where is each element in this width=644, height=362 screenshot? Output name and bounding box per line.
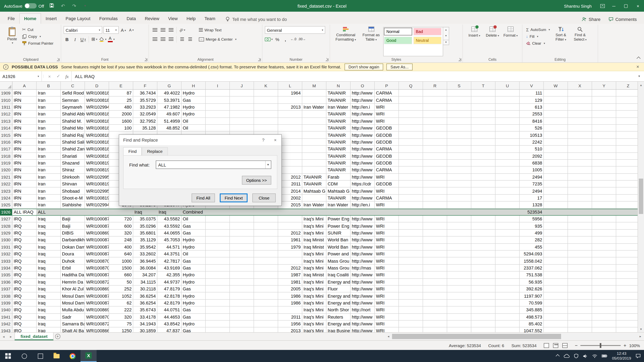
cell-S1922[interactable] xyxy=(447,181,471,188)
format-painter-button[interactable]: Format Painter xyxy=(21,40,55,47)
cell-T1909[interactable] xyxy=(471,90,496,97)
redo-button[interactable]: ↷ xyxy=(71,3,78,9)
cell-F1943[interactable]: 30.1859 xyxy=(133,328,158,332)
cell-B1914[interactable]: Iran xyxy=(37,125,61,132)
cell-Q1933[interactable] xyxy=(399,258,423,265)
row-header-1941[interactable]: 1941 xyxy=(0,314,12,321)
cell-U1942[interactable] xyxy=(496,321,520,328)
cell-Z1937[interactable] xyxy=(616,286,640,293)
cell-M1918[interactable] xyxy=(302,153,326,160)
row-header-1915[interactable]: 1915 xyxy=(0,132,12,139)
cell-P1919[interactable]: GEODB xyxy=(375,160,399,167)
cell-S1915[interactable] xyxy=(447,132,471,139)
cell-X1912[interactable] xyxy=(568,111,592,118)
cell-T1937[interactable] xyxy=(471,286,496,293)
cell-W1925[interactable] xyxy=(544,202,568,209)
cell-Z1934[interactable] xyxy=(616,265,640,272)
cell-P1912[interactable]: WRI xyxy=(375,111,399,118)
cell-Y1920[interactable] xyxy=(592,167,616,174)
cell-H1933[interactable]: Gas xyxy=(182,258,206,265)
cell-E1926[interactable] xyxy=(109,209,133,216)
cell-N1941[interactable]: Reuters xyxy=(326,314,350,321)
cell-R1940[interactable] xyxy=(423,307,447,314)
cell-Q1914[interactable] xyxy=(399,125,423,132)
cell-X1928[interactable] xyxy=(568,223,592,230)
cell-J1928[interactable] xyxy=(230,223,254,230)
cell-F1942[interactable]: 34.1943 xyxy=(133,321,158,328)
cell-X1924[interactable] xyxy=(568,195,592,202)
cell-R1923[interactable] xyxy=(423,188,447,195)
cell-S1911[interactable] xyxy=(447,104,471,111)
cell-Z1942[interactable] xyxy=(616,321,640,328)
cell-W1935[interactable] xyxy=(544,272,568,279)
cell-W1938[interactable] xyxy=(544,293,568,300)
cell-Q1930[interactable] xyxy=(399,237,423,244)
scroll-up-icon[interactable]: ▴ xyxy=(638,82,644,88)
cell-M1927[interactable]: Iraq's Mini xyxy=(302,216,326,223)
cell-Y1936[interactable] xyxy=(592,279,616,286)
cell-J1931[interactable] xyxy=(230,244,254,251)
find-select-button[interactable]: Find & Select▾ xyxy=(570,25,590,56)
cell-R1935[interactable] xyxy=(423,272,447,279)
cell-M1925[interactable]: Iran Water xyxy=(302,202,326,209)
cell-G1926[interactable]: Iraq xyxy=(158,209,182,216)
cell-D1937[interactable]: WRI100869 xyxy=(85,286,109,293)
cell-Y1928[interactable] xyxy=(592,223,616,230)
cell-Y1923[interactable] xyxy=(592,188,616,195)
find-what-dropdown-icon[interactable]: ▾ xyxy=(265,161,269,169)
scroll-down-icon[interactable]: ▾ xyxy=(638,326,644,332)
cell-T1927[interactable] xyxy=(471,216,496,223)
row-header-1913[interactable]: 1913 xyxy=(0,118,12,125)
cell-R1934[interactable] xyxy=(423,265,447,272)
cell-L1935[interactable]: 1987 xyxy=(278,272,302,279)
cell-D1922[interactable]: WRI100819 xyxy=(85,181,109,188)
cell-I1939[interactable] xyxy=(206,300,230,307)
cell-Q1936[interactable] xyxy=(399,279,423,286)
cell-F1941[interactable]: 33.4178 xyxy=(133,314,158,321)
cell-W1936[interactable] xyxy=(544,279,568,286)
column-header-B[interactable]: B xyxy=(37,82,61,89)
cell-N1927[interactable]: Power Eng xyxy=(326,216,350,223)
cell-C1934[interactable]: Erbil xyxy=(61,265,85,272)
decrease-font-size-button[interactable]: A▾ xyxy=(128,26,135,33)
cell-B1932[interactable]: Iraq xyxy=(37,251,61,258)
cell-S1943[interactable] xyxy=(447,328,471,332)
row-header-1921[interactable]: 1921 xyxy=(0,174,12,181)
cell-T1936[interactable] xyxy=(471,279,496,286)
cell-L1925[interactable]: 2015 xyxy=(278,202,302,209)
paste-button[interactable]: Paste▾ xyxy=(3,25,21,56)
cell-L1922[interactable]: 2011 xyxy=(278,181,302,188)
fill-color-button[interactable]: ▾ xyxy=(99,35,106,43)
cell-K1929[interactable] xyxy=(254,230,278,237)
cell-H1937[interactable]: Gas xyxy=(182,286,206,293)
cell-X1925[interactable] xyxy=(568,202,592,209)
cell-I1911[interactable] xyxy=(206,104,230,111)
cell-O1930[interactable]: http://www xyxy=(350,237,375,244)
cell-T1918[interactable] xyxy=(471,153,496,160)
cell-T1924[interactable] xyxy=(471,195,496,202)
dialog-help-icon[interactable]: ? xyxy=(257,135,269,145)
cell-I1930[interactable] xyxy=(206,237,230,244)
cell-C1909[interactable]: Sefid Rood xyxy=(61,90,85,97)
cell-P1916[interactable]: GEODB xyxy=(375,139,399,146)
cell-V1927[interactable]: 5956 xyxy=(520,216,544,223)
cell-L1939[interactable]: 1986 xyxy=(278,300,302,307)
increase-decimal-button[interactable]: ←.0 xyxy=(290,35,297,43)
cell-I1937[interactable] xyxy=(206,286,230,293)
cell-T1915[interactable] xyxy=(471,132,496,139)
cell-B1918[interactable]: Iran xyxy=(37,153,61,160)
cell-D1915[interactable]: WRI100818 xyxy=(85,132,109,139)
tab-file[interactable]: File xyxy=(3,14,19,24)
cell-E1941[interactable]: 320 xyxy=(109,314,133,321)
cell-U1923[interactable] xyxy=(496,188,520,195)
cell-Q1909[interactable] xyxy=(399,90,423,97)
column-header-Q[interactable]: Q xyxy=(399,82,423,89)
cell-Z1923[interactable] xyxy=(616,188,640,195)
cell-X1939[interactable] xyxy=(568,300,592,307)
cell-I1936[interactable] xyxy=(206,279,230,286)
cell-Y1921[interactable] xyxy=(592,174,616,181)
cell-E1932[interactable]: 640 xyxy=(109,251,133,258)
cell-H1940[interactable]: Gas xyxy=(182,307,206,314)
maximize-button[interactable]: ▢ xyxy=(620,0,632,12)
cell-D1918[interactable]: WRI100818 xyxy=(85,153,109,160)
